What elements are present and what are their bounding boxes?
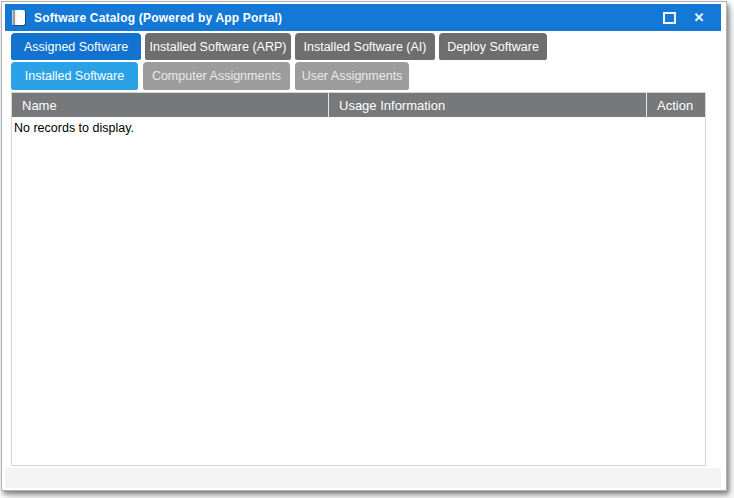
tab-assigned-software[interactable]: Assigned Software	[11, 33, 141, 60]
tab-installed-software[interactable]: Installed Software	[11, 62, 138, 90]
tab-computer-assignments[interactable]: Computer Assignments	[143, 62, 290, 90]
tab-installed-software-arp[interactable]: Installed Software (ARP)	[145, 33, 291, 60]
close-icon: ✕	[694, 11, 705, 24]
column-header-usage-information[interactable]: Usage Information	[329, 93, 647, 117]
maximize-icon	[663, 12, 676, 24]
close-button[interactable]: ✕	[684, 5, 714, 30]
grid-header: Name Usage Information Action	[12, 93, 705, 117]
status-strip	[5, 468, 721, 488]
software-catalog-window: Software Catalog (Powered by App Portal)…	[1, 1, 727, 491]
software-grid: Name Usage Information Action No records…	[11, 92, 706, 466]
window-title: Software Catalog (Powered by App Portal)	[34, 11, 282, 25]
main-tab-row: Assigned Software Installed Software (AR…	[11, 33, 547, 60]
window-controls: ✕	[654, 5, 714, 30]
tab-installed-software-ai[interactable]: Installed Software (AI)	[295, 33, 435, 60]
titlebar[interactable]: Software Catalog (Powered by App Portal)…	[5, 4, 721, 31]
column-header-action[interactable]: Action	[647, 93, 705, 117]
app-icon	[12, 10, 25, 25]
column-header-name[interactable]: Name	[12, 93, 329, 117]
empty-records-message: No records to display.	[12, 117, 705, 139]
maximize-button[interactable]	[654, 5, 684, 30]
sub-tab-row: Installed Software Computer Assignments …	[11, 62, 409, 90]
tab-user-assignments[interactable]: User Assignments	[295, 62, 409, 90]
tab-deploy-software[interactable]: Deploy Software	[439, 33, 547, 60]
